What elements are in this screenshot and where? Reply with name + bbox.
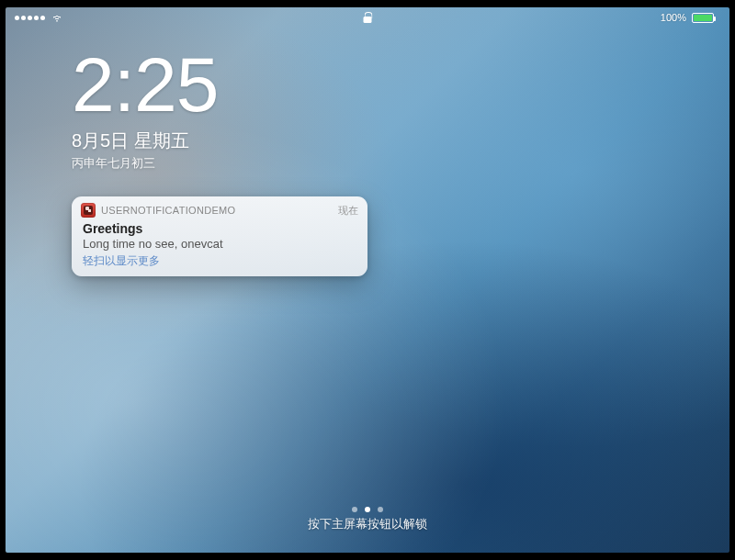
notification-header: USERNOTIFICATIONDEMO 现在	[72, 196, 368, 221]
notification-app-name: USERNOTIFICATIONDEMO	[101, 205, 235, 216]
notification-card[interactable]: USERNOTIFICATIONDEMO 现在 Greetings Long t…	[72, 196, 368, 276]
clock-time: 2:25	[72, 46, 219, 123]
page-dot	[378, 507, 383, 512]
notification-swipe-hint: 轻扫以显示更多	[83, 253, 356, 269]
lock-icon	[364, 12, 372, 23]
wifi-icon	[51, 13, 63, 22]
date-secondary: 丙申年七月初三	[72, 155, 219, 172]
clock-area: 2:25 8月5日 星期五 丙申年七月初三	[72, 46, 219, 172]
notification-time-ago: 现在	[338, 204, 358, 218]
page-indicator	[352, 507, 383, 512]
page-dot	[352, 507, 357, 512]
signal-strength-icon	[15, 16, 45, 20]
lock-screen: 100% 2:25 8月5日 星期五 丙申年七月初三 USERNOTIFICAT…	[6, 7, 729, 553]
battery-icon	[692, 13, 714, 23]
page-dot	[365, 507, 370, 512]
status-center	[364, 12, 372, 23]
status-left	[15, 13, 63, 22]
app-icon	[81, 203, 96, 218]
notification-body: Greetings Long time no see, onevcat 轻扫以显…	[72, 221, 368, 276]
status-bar: 100%	[6, 7, 729, 28]
date-primary: 8月5日 星期五	[72, 129, 219, 153]
battery-percent: 100%	[661, 12, 686, 23]
notification-message: Long time no see, onevcat	[83, 237, 356, 251]
status-right: 100%	[655, 12, 720, 23]
unlock-hint: 按下主屏幕按钮以解锁	[6, 516, 729, 532]
notification-title: Greetings	[83, 221, 356, 236]
